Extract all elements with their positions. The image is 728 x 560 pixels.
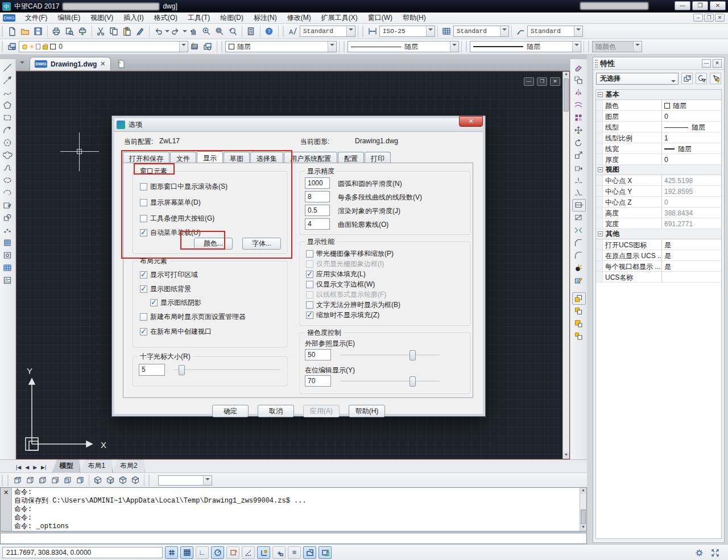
crosshair-size-slider[interactable]	[174, 365, 280, 375]
send-under-icon[interactable]	[572, 330, 586, 342]
toolbar-grip[interactable]	[588, 41, 590, 52]
view-ne-iso-icon[interactable]	[117, 474, 129, 486]
zoom-realtime-icon[interactable]	[200, 25, 213, 38]
colors-button[interactable]: 颜色...	[194, 238, 233, 250]
move-icon[interactable]	[572, 124, 586, 136]
ducs-toggle-icon[interactable]	[257, 546, 270, 559]
checkbox-icon[interactable]	[140, 313, 147, 321]
checkbox-icon[interactable]	[140, 271, 147, 279]
polar-toggle-icon[interactable]	[211, 546, 224, 559]
circle-icon[interactable]	[1, 136, 15, 149]
toolbar-grip[interactable]	[221, 41, 224, 52]
command-scrollbar[interactable]: ▲▼	[580, 488, 586, 531]
palette-grip[interactable]	[595, 60, 598, 68]
undo-icon[interactable]	[152, 25, 165, 38]
checkbox-no-fill-on-zoom[interactable]: 缩放时不显示填充(Z)	[306, 310, 379, 320]
property-value[interactable]: 随层	[662, 100, 721, 110]
send-to-back-icon[interactable]	[572, 305, 586, 317]
copy-icon[interactable]	[107, 25, 121, 38]
table-style-icon[interactable]	[440, 25, 453, 38]
otrack-toggle-icon[interactable]	[242, 546, 255, 559]
close-button[interactable]: ✕	[710, 1, 726, 10]
layer-previous-icon[interactable]	[188, 40, 201, 53]
menu-tools[interactable]: 工具(T)	[183, 12, 215, 24]
snap-toggle-icon[interactable]	[165, 546, 178, 559]
insert-block-icon[interactable]	[1, 199, 15, 211]
restore-button[interactable]: ❐	[692, 1, 708, 10]
print-preview-icon[interactable]	[63, 25, 76, 38]
dim-style-icon[interactable]	[366, 25, 379, 38]
viewport-minimize-icon[interactable]: —	[524, 77, 534, 86]
grid-toggle-icon[interactable]	[180, 546, 193, 559]
line-icon[interactable]	[1, 61, 15, 74]
combo-arrow-icon[interactable]	[203, 476, 212, 485]
command-input[interactable]	[0, 533, 587, 544]
checkbox-icon[interactable]	[140, 285, 147, 293]
zoom-previous-icon[interactable]	[226, 25, 239, 38]
undo-dropdown-arrow[interactable]	[165, 30, 169, 35]
dialog-title-bar[interactable]: 选项	[114, 118, 483, 132]
toggle-pickadd-icon[interactable]	[681, 73, 693, 84]
xref-display-slider[interactable]	[340, 350, 440, 360]
array-icon[interactable]	[572, 111, 586, 124]
point-icon[interactable]	[1, 224, 15, 237]
combo-arrow-icon[interactable]	[426, 26, 435, 36]
scroll-down-icon[interactable]: ▼	[580, 525, 586, 531]
donut-icon[interactable]	[1, 249, 15, 262]
table-style-combo[interactable]: Standard	[453, 26, 509, 37]
checkbox-paper-shadow[interactable]: 显示图纸阴影	[150, 298, 201, 308]
ellipse-arc-icon[interactable]	[1, 186, 15, 199]
render-smoothness-field[interactable]: 0.5	[305, 205, 330, 216]
canvas-vertical-scrollbar[interactable]: ▲ ▼	[562, 72, 569, 459]
table-icon[interactable]	[1, 262, 15, 274]
rectangle-icon[interactable]	[1, 111, 15, 124]
view-left-icon[interactable]	[36, 474, 49, 486]
arc-icon[interactable]	[1, 124, 15, 136]
polyline-icon[interactable]	[1, 86, 15, 99]
slider-thumb[interactable]	[179, 365, 185, 375]
pline-segments-field[interactable]: 8	[305, 191, 330, 202]
save-icon[interactable]	[32, 25, 45, 38]
menu-express[interactable]: 扩展工具(X)	[316, 12, 363, 24]
view-nw-iso-icon[interactable]	[129, 474, 142, 486]
checkbox-icon[interactable]	[306, 281, 313, 288]
inplace-edit-slider[interactable]	[340, 376, 440, 387]
menu-help[interactable]: 帮助(H)	[398, 12, 431, 24]
minimize-button[interactable]: —	[675, 1, 690, 10]
property-value[interactable]: 0	[662, 154, 721, 164]
polygon-icon[interactable]	[1, 99, 15, 111]
property-value[interactable]: 随层	[662, 122, 721, 132]
publish-icon[interactable]	[76, 25, 89, 38]
explode-icon[interactable]	[572, 262, 586, 274]
checkbox-text-as-box[interactable]: 文字无法分辨时显示为框(B)	[306, 300, 400, 310]
chamfer-icon[interactable]	[572, 237, 586, 249]
property-value[interactable]	[662, 272, 721, 282]
erase-icon[interactable]	[572, 61, 586, 74]
tab-close-icon[interactable]: ✕	[100, 60, 105, 68]
toolbar-grip[interactable]	[283, 26, 285, 37]
checkbox-text-frame-only[interactable]: 仅显示文字边框(W)	[306, 280, 375, 289]
mtext-icon[interactable]: A	[1, 274, 15, 287]
mirror-icon[interactable]	[572, 86, 586, 99]
tab-layout2[interactable]: 布局2	[113, 459, 145, 472]
stretch-icon[interactable]	[572, 161, 586, 174]
layer-manager-icon[interactable]	[6, 40, 19, 53]
tab-model[interactable]: 模型	[52, 459, 80, 472]
checkbox-icon[interactable]	[140, 229, 147, 237]
checkbox-screen-menu[interactable]: 显示屏幕菜单(D)	[140, 198, 201, 208]
checkbox-raster-pan-zoom[interactable]: 带光栅图像平移和缩放(P)	[306, 249, 394, 259]
toolbar-grip[interactable]	[344, 41, 346, 52]
next-tab-icon[interactable]: ▶	[33, 464, 37, 470]
property-value[interactable]: 1	[662, 132, 721, 143]
checkbox-scrollbars[interactable]: 图形窗口中显示滚动条(S)	[140, 182, 228, 192]
join-icon[interactable]	[572, 224, 586, 237]
linetype-combo[interactable]: 随层	[348, 41, 459, 52]
checkbox-solid-fill[interactable]: 应用实体填充(L)	[306, 269, 366, 279]
make-block-icon[interactable]	[1, 211, 15, 224]
property-value[interactable]: 是	[662, 239, 721, 250]
toolbar-grip[interactable]	[362, 26, 365, 37]
property-value[interactable]: 0	[662, 111, 721, 121]
layer-states-icon[interactable]	[201, 40, 214, 53]
collapse-icon[interactable]: −	[598, 92, 603, 97]
doc-list-dropdown-icon[interactable]	[17, 59, 27, 69]
